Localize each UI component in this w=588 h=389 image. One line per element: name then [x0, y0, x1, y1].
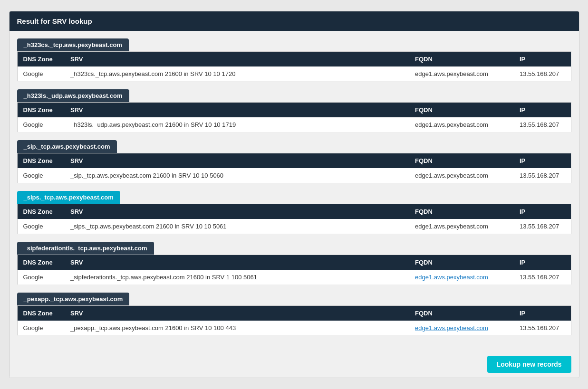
table-row: Google_sip._tcp.aws.pexybeast.com 21600 … [17, 168, 571, 183]
section-tab-3[interactable]: _sip._tcp.aws.pexybeast.com [17, 140, 117, 153]
col-header-ip: IP [514, 306, 571, 321]
col-header-srv: SRV [65, 204, 409, 219]
col-header-ip: IP [514, 204, 571, 219]
ip-cell: 13.55.168.207 [514, 117, 571, 133]
record-section-6: _pexapp._tcp.aws.pexybeast.comDNS ZoneSR… [17, 293, 571, 336]
srv-cell: _h323cs._tcp.aws.pexybeast.com 21600 in … [65, 66, 409, 82]
ip-cell: 13.55.168.207 [514, 168, 571, 183]
record-table-2: DNS ZoneSRVFQDNIPGoogle_h323ls._udp.aws.… [17, 102, 571, 133]
ip-cell: 13.55.168.207 [514, 219, 571, 234]
ip-cell: 13.55.168.207 [514, 321, 571, 336]
dns-zone-cell: Google [17, 168, 65, 183]
col-header-srv: SRV [65, 306, 409, 321]
col-header-dns-zone: DNS Zone [17, 204, 65, 219]
col-header-ip: IP [514, 153, 571, 169]
srv-cell: _pexapp._tcp.aws.pexybeast.com 21600 in … [65, 321, 409, 336]
fqdn-cell: edge1.aws.pexybeast.com [409, 270, 514, 285]
dns-zone-cell: Google [17, 321, 65, 336]
col-header-dns-zone: DNS Zone [17, 306, 65, 321]
record-table-3: DNS ZoneSRVFQDNIPGoogle_sip._tcp.aws.pex… [17, 153, 571, 183]
table-row: Google_sips._tcp.aws.pexybeast.com 21600… [17, 219, 571, 234]
fqdn-link[interactable]: edge1.aws.pexybeast.com [415, 274, 488, 281]
record-section-3: _sip._tcp.aws.pexybeast.comDNS ZoneSRVFQ… [17, 140, 571, 183]
dns-zone-cell: Google [17, 117, 65, 133]
record-table-1: DNS ZoneSRVFQDNIPGoogle_h323cs._tcp.aws.… [17, 51, 571, 82]
section-tab-5[interactable]: _sipfederationtls._tcp.aws.pexybeast.com [17, 242, 154, 255]
section-tab-1[interactable]: _h323cs._tcp.aws.pexybeast.com [17, 38, 129, 51]
col-header-ip: IP [514, 255, 571, 270]
col-header-srv: SRV [65, 255, 409, 270]
col-header-fqdn: FQDN [409, 103, 514, 118]
fqdn-cell: edge1.aws.pexybeast.com [409, 321, 514, 336]
record-section-5: _sipfederationtls._tcp.aws.pexybeast.com… [17, 242, 571, 285]
table-row: Google_sipfederationtls._tcp.aws.pexybea… [17, 270, 571, 285]
table-row: Google_h323ls._udp.aws.pexybeast.com 216… [17, 117, 571, 133]
col-header-dns-zone: DNS Zone [17, 103, 65, 118]
record-section-4: _sips._tcp.aws.pexybeast.comDNS ZoneSRVF… [17, 191, 571, 234]
page-header: Result for SRV lookup [10, 11, 579, 31]
record-section-1: _h323cs._tcp.aws.pexybeast.comDNS ZoneSR… [17, 38, 571, 82]
fqdn-cell: edge1.aws.pexybeast.com [409, 168, 514, 183]
fqdn-link[interactable]: edge1.aws.pexybeast.com [415, 324, 488, 332]
fqdn-cell: edge1.aws.pexybeast.com [409, 66, 514, 82]
col-header-srv: SRV [65, 103, 409, 118]
lookup-new-records-button[interactable]: Lookup new records [487, 356, 571, 373]
main-container: Result for SRV lookup _h323cs._tcp.aws.p… [9, 11, 579, 378]
col-header-dns-zone: DNS Zone [17, 153, 65, 169]
dns-zone-cell: Google [17, 219, 65, 234]
srv-cell: _sipfederationtls._tcp.aws.pexybeast.com… [65, 270, 409, 285]
col-header-fqdn: FQDN [409, 52, 514, 67]
fqdn-cell: edge1.aws.pexybeast.com [409, 117, 514, 133]
srv-cell: _h323ls._udp.aws.pexybeast.com 21600 in … [65, 117, 409, 133]
col-header-srv: SRV [65, 52, 409, 67]
record-section-2: _h323ls._udp.aws.pexybeast.comDNS ZoneSR… [17, 89, 571, 133]
dns-zone-cell: Google [17, 270, 65, 285]
fqdn-cell: edge1.aws.pexybeast.com [409, 219, 514, 234]
col-header-ip: IP [514, 52, 571, 67]
record-table-6: DNS ZoneSRVFQDNIPGoogle_pexapp._tcp.aws.… [17, 305, 571, 336]
section-tab-2[interactable]: _h323ls._udp.aws.pexybeast.com [17, 89, 129, 102]
col-header-fqdn: FQDN [409, 255, 514, 270]
record-table-4: DNS ZoneSRVFQDNIPGoogle_sips._tcp.aws.pe… [17, 204, 571, 234]
ip-cell: 13.55.168.207 [514, 270, 571, 285]
table-row: Google_h323cs._tcp.aws.pexybeast.com 216… [17, 66, 571, 82]
col-header-dns-zone: DNS Zone [17, 255, 65, 270]
footer-area: Lookup new records [10, 351, 579, 378]
col-header-fqdn: FQDN [409, 306, 514, 321]
ip-cell: 13.55.168.207 [514, 66, 571, 82]
page-title: Result for SRV lookup [17, 17, 92, 25]
col-header-fqdn: FQDN [409, 204, 514, 219]
section-tab-4[interactable]: _sips._tcp.aws.pexybeast.com [17, 191, 120, 204]
section-tab-6[interactable]: _pexapp._tcp.aws.pexybeast.com [17, 293, 130, 305]
col-header-dns-zone: DNS Zone [17, 52, 65, 67]
srv-cell: _sip._tcp.aws.pexybeast.com 21600 in SRV… [65, 168, 409, 183]
col-header-fqdn: FQDN [409, 153, 514, 169]
col-header-srv: SRV [65, 153, 409, 169]
dns-zone-cell: Google [17, 66, 65, 82]
col-header-ip: IP [514, 103, 571, 118]
srv-cell: _sips._tcp.aws.pexybeast.com 21600 in SR… [65, 219, 409, 234]
record-table-5: DNS ZoneSRVFQDNIPGoogle_sipfederationtls… [17, 255, 571, 285]
table-row: Google_pexapp._tcp.aws.pexybeast.com 216… [17, 321, 571, 336]
content-area: _h323cs._tcp.aws.pexybeast.comDNS ZoneSR… [10, 31, 579, 351]
